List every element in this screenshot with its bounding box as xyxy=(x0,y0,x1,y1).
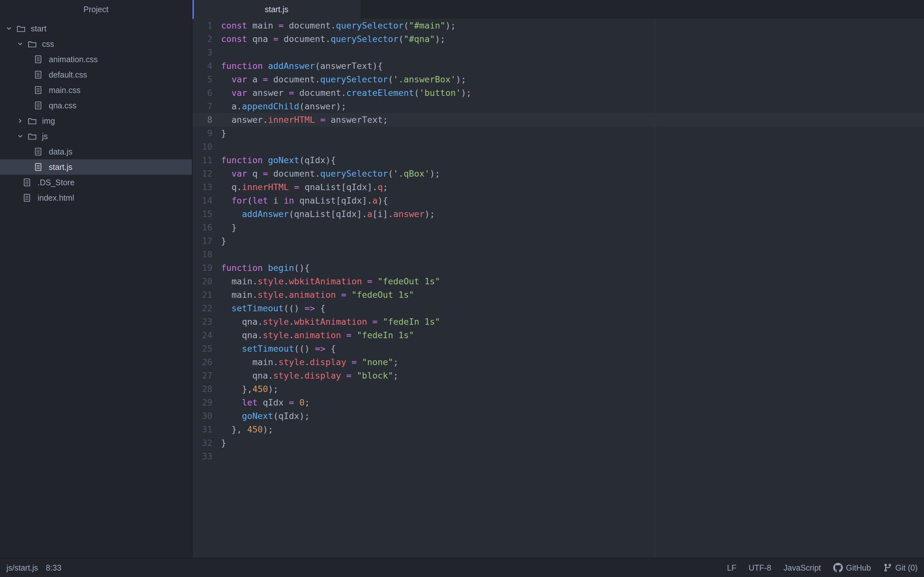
chevron-down-icon xyxy=(6,25,17,32)
line-number: 20 xyxy=(192,275,212,288)
tree-item-ds-store[interactable]: .DS_Store xyxy=(0,175,192,190)
code-line-10[interactable]: 10 xyxy=(192,140,924,153)
code-line-4[interactable]: 4function addAnswer(answerText){ xyxy=(192,59,924,73)
code-line-20[interactable]: 20 main.style.wbkitAnimation = "fedeOut … xyxy=(192,275,924,288)
file-path[interactable]: js/start.js xyxy=(6,563,38,572)
code-line-12[interactable]: 12 var q = document.querySelector('.qBox… xyxy=(192,167,924,181)
code-line-32[interactable]: 32} xyxy=(192,436,924,450)
line-number: 28 xyxy=(192,382,212,396)
tree-item-label: start.js xyxy=(49,163,73,172)
tree-item-data-js[interactable]: data.js xyxy=(0,144,192,159)
tab-label: start.js xyxy=(265,5,288,14)
tree-item-js[interactable]: js xyxy=(0,129,192,144)
tree-item-label: .DS_Store xyxy=(37,178,74,187)
code-line-25[interactable]: 25 setTimeout(() => { xyxy=(192,342,924,356)
code-text xyxy=(212,140,221,153)
tab-start-js[interactable]: start.js xyxy=(192,0,360,19)
code-line-13[interactable]: 13 q.innerHTML = qnaList[qIdx].q; xyxy=(192,181,924,194)
code-line-28[interactable]: 28 },450); xyxy=(192,382,924,396)
code-text: main.style.animation = "fedeOut 1s" xyxy=(212,288,414,301)
code-line-2[interactable]: 2const qna = document.querySelector("#qn… xyxy=(192,32,924,46)
line-number: 30 xyxy=(192,409,212,423)
line-number: 19 xyxy=(192,261,212,275)
editor-window: Project startcssanimation.cssdefault.css… xyxy=(0,0,924,558)
code-text xyxy=(212,46,221,59)
tree-item-animation-css[interactable]: animation.css xyxy=(0,52,192,67)
file-icon xyxy=(35,147,44,156)
line-number: 17 xyxy=(192,234,212,248)
tree-view-panel: Project startcssanimation.cssdefault.css… xyxy=(0,0,192,558)
code-text: function goNext(qIdx){ xyxy=(212,153,336,167)
tree-item-start-js[interactable]: start.js xyxy=(0,159,192,175)
code-line-15[interactable]: 15 addAnswer(qnaList[qIdx].a[i].answer); xyxy=(192,207,924,221)
code-text: for(let i in qnaList[qIdx].a){ xyxy=(212,194,388,207)
line-number: 11 xyxy=(192,153,212,167)
project-header-label: Project xyxy=(83,5,108,14)
tree-item-index-html[interactable]: index.html xyxy=(0,190,192,205)
code-line-17[interactable]: 17} xyxy=(192,234,924,248)
line-number: 25 xyxy=(192,342,212,356)
line-number: 13 xyxy=(192,181,212,194)
line-number: 8 xyxy=(192,113,212,127)
line-number: 16 xyxy=(192,221,212,234)
code-text: },450); xyxy=(212,382,278,396)
file-icon xyxy=(23,178,33,187)
tree-item-label: default.css xyxy=(49,70,87,79)
git-status[interactable]: Git (0) xyxy=(883,563,918,572)
tree-item-start[interactable]: start xyxy=(0,21,192,36)
code-text: qna.style.animation = "fedeIn 1s" xyxy=(212,329,414,342)
tree-item-label: main.css xyxy=(49,85,81,95)
line-ending-indicator[interactable]: LF xyxy=(727,563,736,572)
code-line-22[interactable]: 22 setTimeout(() => { xyxy=(192,301,924,315)
code-line-29[interactable]: 29 let qIdx = 0; xyxy=(192,396,924,409)
code-line-1[interactable]: 1const main = document.querySelector("#m… xyxy=(192,19,924,32)
code-line-18[interactable]: 18 xyxy=(192,248,924,261)
code-line-7[interactable]: 7 a.appendChild(answer); xyxy=(192,100,924,113)
file-icon xyxy=(23,193,33,202)
code-line-27[interactable]: 27 qna.style.display = "block"; xyxy=(192,369,924,382)
code-line-23[interactable]: 23 qna.style.wbkitAnimation = "fedeIn 1s… xyxy=(192,315,924,329)
code-line-16[interactable]: 16 } xyxy=(192,221,924,234)
code-text: } xyxy=(212,234,226,248)
code-line-33[interactable]: 33 xyxy=(192,450,924,463)
file-icon xyxy=(35,71,44,79)
line-number: 10 xyxy=(192,140,212,153)
code-line-26[interactable]: 26 main.style.display = "none"; xyxy=(192,356,924,369)
code-line-21[interactable]: 21 main.style.animation = "fedeOut 1s" xyxy=(192,288,924,301)
tree-item-css[interactable]: css xyxy=(0,36,192,52)
code-text: main.style.wbkitAnimation = "fedeOut 1s" xyxy=(212,275,440,288)
chevron-right-icon xyxy=(17,118,28,124)
tree-item-default-css[interactable]: default.css xyxy=(0,67,192,82)
code-line-3[interactable]: 3 xyxy=(192,46,924,59)
status-bar-right: LF UTF-8 JavaScript GitHub Git (0) xyxy=(727,563,918,572)
code-line-31[interactable]: 31 }, 450); xyxy=(192,423,924,436)
tree-item-main-css[interactable]: main.css xyxy=(0,82,192,98)
tree-item-label: data.js xyxy=(49,147,73,156)
code-line-5[interactable]: 5 var a = document.querySelector('.answe… xyxy=(192,73,924,86)
tree-item-img[interactable]: img xyxy=(0,113,192,129)
active-pane-accent xyxy=(192,0,194,19)
line-number: 9 xyxy=(192,127,212,140)
git-branch-icon xyxy=(883,563,892,572)
encoding-indicator[interactable]: UTF-8 xyxy=(748,563,771,572)
language-indicator[interactable]: JavaScript xyxy=(783,563,821,572)
code-line-19[interactable]: 19function begin(){ xyxy=(192,261,924,275)
code-text: const main = document.querySelector("#ma… xyxy=(212,19,456,32)
code-editor[interactable]: 1const main = document.querySelector("#m… xyxy=(192,19,924,558)
code-line-11[interactable]: 11function goNext(qIdx){ xyxy=(192,153,924,167)
code-line-8[interactable]: 8 answer.innerHTML = answerText; xyxy=(192,113,924,127)
line-number: 14 xyxy=(192,194,212,207)
code-line-6[interactable]: 6 var answer = document.createElement('b… xyxy=(192,86,924,100)
folder-icon xyxy=(28,117,37,125)
code-line-24[interactable]: 24 qna.style.animation = "fedeIn 1s" xyxy=(192,329,924,342)
code-line-9[interactable]: 9} xyxy=(192,127,924,140)
tree-item-qna-css[interactable]: qna.css xyxy=(0,98,192,113)
github-status[interactable]: GitHub xyxy=(833,563,871,572)
line-number: 18 xyxy=(192,248,212,261)
code-line-14[interactable]: 14 for(let i in qnaList[qIdx].a){ xyxy=(192,194,924,207)
code-text: let qIdx = 0; xyxy=(212,396,310,409)
code-text: goNext(qIdx); xyxy=(212,409,310,423)
cursor-position[interactable]: 8:33 xyxy=(46,563,61,572)
code-line-30[interactable]: 30 goNext(qIdx); xyxy=(192,409,924,423)
code-text: } xyxy=(212,221,237,234)
